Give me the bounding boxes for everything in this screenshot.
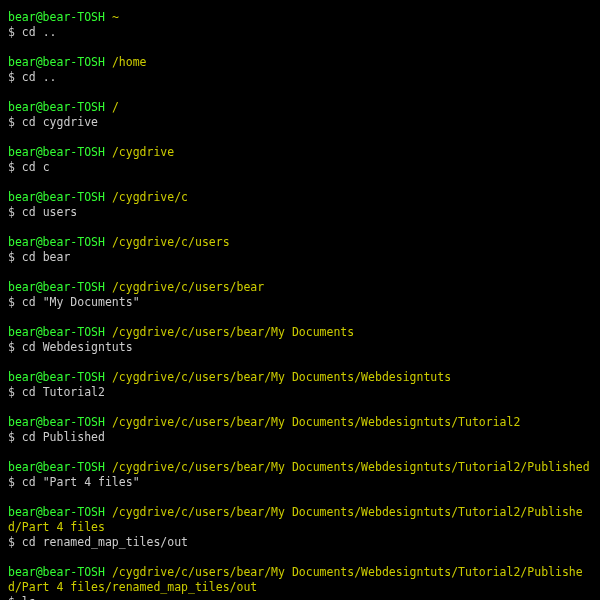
prompt-row: bear@bear-TOSH /cygdrive/c/users/bear/My… [8,505,592,535]
blank-line [8,355,592,370]
cwd-path: /cygdrive/c/users/bear [112,280,264,294]
command-text: cd renamed_map_tiles/out [22,535,188,549]
user-host: bear@bear-TOSH [8,280,105,294]
prompt-dollar: $ [8,115,22,129]
prompt-row: bear@bear-TOSH /cygdrive/c [8,190,592,205]
cwd-path: /cygdrive/c/users/bear/My Documents/Webd… [112,460,590,474]
terminal-window[interactable]: bear@bear-TOSH ~$ cd ..bear@bear-TOSH /h… [0,0,600,600]
blank-line [8,400,592,415]
blank-line [8,310,592,325]
command-row: $ cd cygdrive [8,115,592,130]
user-host: bear@bear-TOSH [8,325,105,339]
prompt-row: bear@bear-TOSH /cygdrive/c/users/bear/My… [8,415,592,430]
prompt-row: bear@bear-TOSH /cygdrive/c/users/bear/My… [8,460,592,475]
user-host: bear@bear-TOSH [8,415,105,429]
prompt-dollar: $ [8,295,22,309]
blank-line [8,490,592,505]
cwd-path: /cygdrive/c/users/bear/My Documents/Webd… [112,370,451,384]
cwd-path: /cygdrive/c/users [112,235,230,249]
command-row: $ cd c [8,160,592,175]
prompt-row: bear@bear-TOSH /cygdrive/c/users/bear [8,280,592,295]
user-host: bear@bear-TOSH [8,235,105,249]
cwd-path: / [112,100,119,114]
command-text: ls [22,595,36,600]
command-row: $ cd .. [8,25,592,40]
user-host: bear@bear-TOSH [8,10,105,24]
blank-line [8,40,592,55]
command-text: cd c [22,160,50,174]
command-row: $ cd users [8,205,592,220]
command-text: cd Published [22,430,105,444]
command-row: $ cd Webdesigntuts [8,340,592,355]
user-host: bear@bear-TOSH [8,190,105,204]
command-row: $ cd Published [8,430,592,445]
command-text: cd .. [22,70,57,84]
prompt-row: bear@bear-TOSH / [8,100,592,115]
prompt-dollar: $ [8,385,22,399]
blank-line [8,85,592,100]
user-host: bear@bear-TOSH [8,55,105,69]
prompt-dollar: $ [8,160,22,174]
prompt-dollar: $ [8,70,22,84]
command-text: cd .. [22,25,57,39]
command-text: cd "My Documents" [22,295,140,309]
prompt-dollar: $ [8,430,22,444]
prompt-dollar: $ [8,250,22,264]
user-host: bear@bear-TOSH [8,100,105,114]
command-row: $ ls [8,595,592,600]
prompt-row: bear@bear-TOSH /home [8,55,592,70]
prompt-dollar: $ [8,595,22,600]
command-text: cd Tutorial2 [22,385,105,399]
prompt-dollar: $ [8,475,22,489]
command-row: $ cd bear [8,250,592,265]
cwd-path: /cygdrive/c/users/bear/My Documents/Webd… [112,415,521,429]
prompt-dollar: $ [8,340,22,354]
blank-line [8,175,592,190]
prompt-dollar: $ [8,205,22,219]
prompt-row: bear@bear-TOSH /cygdrive/c/users/bear/My… [8,565,592,595]
command-row: $ cd Tutorial2 [8,385,592,400]
blank-line [8,130,592,145]
command-text: cd "Part 4 files" [22,475,140,489]
command-text: cd cygdrive [22,115,98,129]
command-text: cd Webdesigntuts [22,340,133,354]
user-host: bear@bear-TOSH [8,505,105,519]
command-row: $ cd renamed_map_tiles/out [8,535,592,550]
prompt-row: bear@bear-TOSH /cygdrive/c/users/bear/My… [8,370,592,385]
cwd-path: ~ [112,10,119,24]
user-host: bear@bear-TOSH [8,460,105,474]
cwd-path: /home [112,55,147,69]
command-text: cd users [22,205,77,219]
cwd-path: /cygdrive/c [112,190,188,204]
blank-line [8,550,592,565]
command-row: $ cd "My Documents" [8,295,592,310]
blank-line [8,265,592,280]
user-host: bear@bear-TOSH [8,370,105,384]
command-row: $ cd .. [8,70,592,85]
prompt-dollar: $ [8,25,22,39]
user-host: bear@bear-TOSH [8,145,105,159]
prompt-row: bear@bear-TOSH /cygdrive/c/users/bear/My… [8,325,592,340]
command-row: $ cd "Part 4 files" [8,475,592,490]
user-host: bear@bear-TOSH [8,565,105,579]
blank-line [8,445,592,460]
blank-line [8,220,592,235]
prompt-row: bear@bear-TOSH ~ [8,10,592,25]
prompt-dollar: $ [8,535,22,549]
cwd-path: /cygdrive/c/users/bear/My Documents [112,325,354,339]
cwd-path: /cygdrive [112,145,174,159]
prompt-row: bear@bear-TOSH /cygdrive/c/users [8,235,592,250]
command-text: cd bear [22,250,70,264]
prompt-row: bear@bear-TOSH /cygdrive [8,145,592,160]
